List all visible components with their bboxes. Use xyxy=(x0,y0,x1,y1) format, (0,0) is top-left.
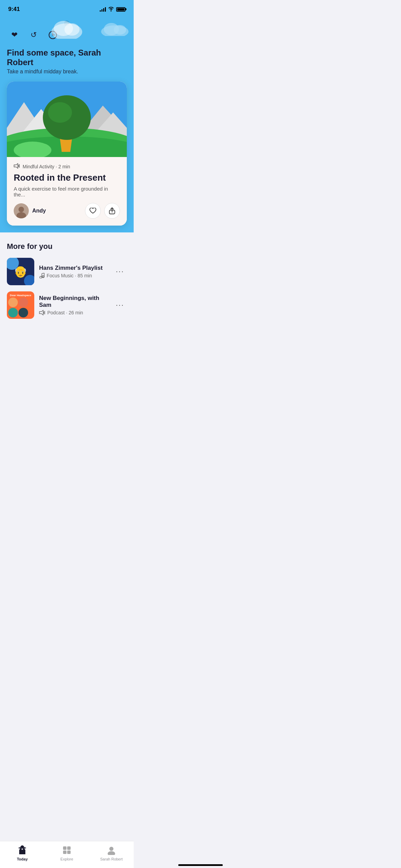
svg-point-3 xyxy=(64,23,80,36)
dear-faces xyxy=(7,298,34,317)
card-author: Andy xyxy=(14,203,46,218)
hero-subtitle: Take a mindful midday break. xyxy=(7,69,127,75)
hero-text: Find some space, Sarah Robert Take a min… xyxy=(7,47,127,79)
card-desc: A quick exercise to feel more grounded i… xyxy=(14,186,120,197)
list-item-meta: Podcast · 26 min xyxy=(39,310,108,315)
card-share-button[interactable] xyxy=(104,203,120,219)
more-options-button[interactable]: ··· xyxy=(113,264,127,279)
podcast-icon xyxy=(39,310,45,315)
dear-headspace-thumbnail: Dear Headspace xyxy=(7,291,34,319)
list-info: New Beginnings, with Sam Podcast · 26 mi… xyxy=(39,295,108,315)
status-icons xyxy=(100,7,125,12)
card-meta: Mindful Activity · 2 min xyxy=(14,163,120,170)
card-footer: Andy xyxy=(14,203,120,219)
dear-headspace-label: Dear Headspace xyxy=(9,293,33,297)
author-name: Andy xyxy=(32,208,46,214)
svg-line-33 xyxy=(42,273,44,274)
hans-zimmer-thumbnail: 👴 xyxy=(7,258,34,285)
list-item-meta-text: Podcast · 26 min xyxy=(47,310,83,315)
hero-section: ❤ ↺ Find some space, Sarah Robert Take a… xyxy=(0,16,134,232)
signal-icon xyxy=(100,7,106,12)
hero-title: Find some space, Sarah Robert xyxy=(7,48,127,67)
card-favorite-button[interactable] xyxy=(85,203,101,219)
list-item-title: New Beginnings, with Sam xyxy=(39,295,108,309)
list-info: Hans Zimmer's Playlist Focus Music · 85 … xyxy=(39,265,108,278)
author-avatar xyxy=(14,203,29,218)
card-illustration xyxy=(7,82,127,157)
svg-point-21 xyxy=(48,102,72,123)
replay-icon[interactable]: ↺ xyxy=(27,29,40,41)
card-title: Rooted in the Present xyxy=(14,172,120,183)
main-content: More for you 👴 Hans Zimmer's Playlist Fo… xyxy=(0,232,134,359)
battery-icon xyxy=(116,7,125,12)
list-item-title: Hans Zimmer's Playlist xyxy=(39,265,108,272)
list-item-meta: Focus Music · 85 min xyxy=(39,273,108,278)
list-item[interactable]: Dear Headspace New Beginnings, with Sam … xyxy=(7,291,127,319)
svg-marker-36 xyxy=(39,310,43,315)
svg-point-6 xyxy=(114,25,126,35)
svg-point-30 xyxy=(40,276,42,278)
featured-card[interactable]: Mindful Activity · 2 min Rooted in the P… xyxy=(7,82,127,226)
cloud-right-icon xyxy=(99,21,130,36)
speaker-meta-icon xyxy=(14,163,20,170)
card-actions xyxy=(85,203,120,219)
hans-face-icon: 👴 xyxy=(14,265,27,278)
favorite-icon[interactable]: ❤ xyxy=(8,29,21,41)
more-options-button[interactable]: ··· xyxy=(113,298,127,312)
section-title: More for you xyxy=(7,242,127,251)
card-body: Mindful Activity · 2 min Rooted in the P… xyxy=(7,157,127,226)
card-meta-text: Mindful Activity · 2 min xyxy=(23,164,70,169)
status-bar: 9:41 xyxy=(0,0,134,16)
svg-marker-22 xyxy=(14,164,18,168)
music-icon xyxy=(39,273,45,278)
list-item[interactable]: 👴 Hans Zimmer's Playlist Focus Music · 8… xyxy=(7,258,127,285)
cloud-main-icon xyxy=(50,16,84,39)
wifi-icon xyxy=(108,7,114,12)
list-item-meta-text: Focus Music · 85 min xyxy=(47,273,92,278)
status-time: 9:41 xyxy=(8,6,20,13)
svg-point-0 xyxy=(111,11,112,12)
svg-point-26 xyxy=(19,207,24,212)
